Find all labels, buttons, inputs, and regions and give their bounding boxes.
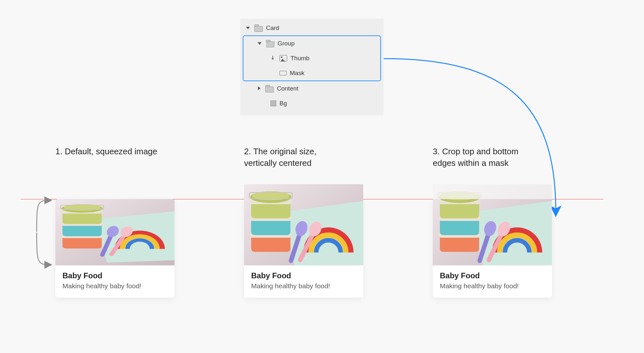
caption-2-line2: vertically centered bbox=[244, 158, 312, 168]
layer-label: Bg bbox=[279, 100, 287, 107]
caption-3-line2: edges within a mask bbox=[433, 158, 509, 168]
card-thumb-overflow bbox=[244, 199, 363, 265]
caret-down-icon[interactable] bbox=[257, 41, 263, 46]
height-bracket bbox=[34, 195, 50, 269]
card-subtitle: Making healthy baby food! bbox=[440, 282, 545, 290]
caption-3: 3. Crop top and bottom edges within a ma… bbox=[433, 146, 568, 169]
selected-group-outline: Group Thumb Mask bbox=[243, 35, 381, 81]
caption-3-line1: 3. Crop top and bottom bbox=[433, 147, 518, 156]
insert-arrow-icon bbox=[271, 56, 276, 61]
caption-2-line1: 2. The original size, bbox=[244, 147, 317, 156]
fill-layer-icon bbox=[270, 100, 276, 106]
folder-open-icon bbox=[266, 40, 274, 47]
caption-1: 1. Default, squeezed image bbox=[55, 146, 191, 157]
layer-label: Content bbox=[277, 85, 298, 92]
layer-row-thumb[interactable]: Thumb bbox=[243, 51, 380, 66]
folder-icon bbox=[265, 85, 274, 92]
folder-icon bbox=[254, 24, 263, 32]
layer-label: Card bbox=[266, 24, 279, 32]
card-title: Baby Food bbox=[440, 271, 545, 280]
rectangle-icon bbox=[279, 71, 287, 75]
layer-label: Thumb bbox=[290, 55, 309, 62]
layer-label: Mask bbox=[290, 70, 304, 77]
card-content: Baby Food Making healthy baby food! bbox=[55, 265, 175, 298]
layer-row-card[interactable]: Card bbox=[240, 21, 384, 35]
caption-2: 2. The original size, vertically centere… bbox=[244, 146, 379, 169]
preview-card-2: Baby Food Making healthy baby food! bbox=[244, 199, 363, 298]
card-subtitle: Making healthy baby food! bbox=[251, 282, 356, 290]
image-icon bbox=[279, 55, 287, 62]
card-title: Baby Food bbox=[251, 271, 356, 280]
card-content: Baby Food Making healthy baby food! bbox=[244, 265, 363, 298]
card-thumb-masked bbox=[433, 199, 552, 265]
layers-panel: Card Group Thumb Mask Content Bg bbox=[240, 19, 384, 115]
card-subtitle: Making healthy baby food! bbox=[62, 282, 167, 290]
layer-row-content[interactable]: Content bbox=[240, 81, 384, 96]
caret-down-icon[interactable] bbox=[245, 25, 251, 31]
card-content: Baby Food Making healthy baby food! bbox=[433, 265, 552, 298]
photo-icon bbox=[55, 199, 175, 265]
photo-icon bbox=[244, 184, 363, 275]
layer-row-group[interactable]: Group bbox=[243, 36, 380, 51]
card-title: Baby Food bbox=[62, 271, 167, 280]
preview-card-1: Baby Food Making healthy baby food! bbox=[55, 199, 175, 298]
layer-row-bg[interactable]: Bg bbox=[240, 96, 384, 111]
mask-overlay-top bbox=[433, 184, 552, 199]
preview-card-3: Baby Food Making healthy baby food! bbox=[433, 199, 552, 298]
layer-label: Group bbox=[278, 40, 295, 47]
card-thumb-squeezed bbox=[55, 199, 175, 265]
caret-right-icon[interactable] bbox=[256, 86, 262, 91]
layer-row-mask[interactable]: Mask bbox=[243, 66, 380, 81]
